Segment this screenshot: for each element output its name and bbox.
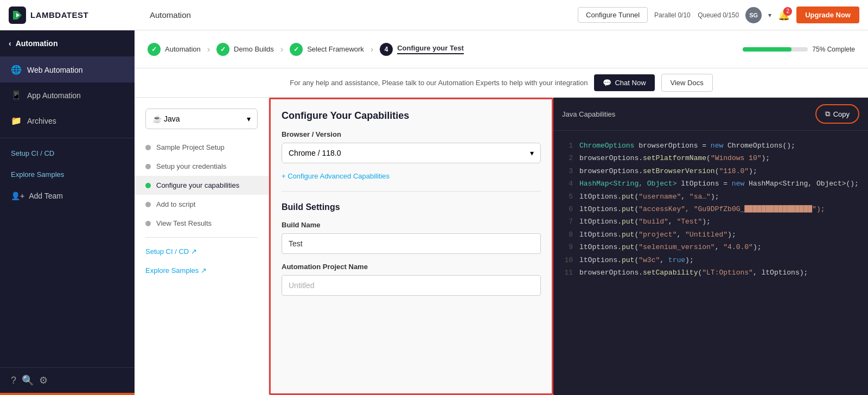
step-view-test-results[interactable]: View Test Results [135, 214, 269, 233]
code-text: ltOptions.put("selenium_version", "4.0.0… [579, 241, 762, 253]
progress-bar-bg [743, 47, 808, 52]
step-setup-credentials[interactable]: Setup your credentials [135, 157, 269, 176]
avatar: SG [745, 7, 762, 23]
code-line: 1ChromeOptions browserOptions = new Chro… [562, 139, 859, 152]
step-4-circle: 4 [380, 43, 393, 56]
code-token: put [622, 256, 634, 264]
add-team-button[interactable]: 👤+ Add Team [0, 185, 135, 207]
code-token: "build" [639, 218, 668, 226]
line-number: 10 [562, 254, 573, 266]
step-sample-project[interactable]: Sample Project Setup [135, 138, 269, 157]
code-token: "selenium_version" [639, 243, 714, 251]
web-automation-icon: 🌐 [11, 65, 22, 75]
line-number: 2 [562, 152, 573, 164]
browser-label: Browser / Version [282, 130, 541, 138]
code-token: put [622, 231, 634, 239]
browser-selector[interactable]: Chrome / 118.0 ▾ [282, 143, 541, 163]
help-icon[interactable]: ? [11, 375, 16, 386]
notifications-button[interactable]: 🔔 2 [778, 9, 790, 21]
bottom-accent-bar [0, 393, 135, 395]
language-select-wrapper: ☕ Java ▾ [135, 109, 269, 138]
advanced-capabilities-link[interactable]: + Configure Advanced Capabilities [282, 172, 541, 180]
code-text: browserOptions.setCapability("LT:Options… [579, 266, 808, 279]
code-text: browserOptions.setBrowserVersion("118.0"… [579, 165, 757, 177]
code-line: 10ltOptions.put("w3c", true); [562, 254, 859, 266]
setup-ci-cd-link[interactable]: Setup CI / CD [0, 143, 135, 164]
code-text: ltOptions.put("accessKey", "Gu9DPfZb0G_█… [579, 203, 825, 215]
chevron-down-icon[interactable]: ▾ [768, 11, 771, 19]
step-1: ✓ Automation [148, 43, 201, 56]
archives-icon: 📁 [11, 116, 22, 126]
configure-tunnel-button[interactable]: Configure Tunnel [578, 7, 648, 23]
code-text: ChromeOptions browserOptions = new Chrom… [579, 139, 795, 152]
help-text: For any help and assistance, Please talk… [290, 79, 588, 87]
sidebar-back-button[interactable]: ‹ Automation [0, 30, 135, 57]
build-name-group: Build Name [282, 221, 541, 254]
ci-cd-link[interactable]: Setup CI / CD ↗ [135, 242, 269, 261]
sidebar: ‹ Automation 🌐 Web Automation 📱 App Auto… [0, 30, 135, 395]
logo-area: LAMBDATEST [9, 7, 143, 24]
code-token: , "Gu9DPfZb0G_████████████████"); [685, 205, 825, 213]
explore-samples-link[interactable]: Explore Samples [0, 164, 135, 185]
project-name-group: Automation Project Name [282, 263, 541, 296]
app-automation-icon: 📱 [11, 90, 22, 100]
code-text: ltOptions.put("project", "Untitled"); [579, 228, 736, 241]
upgrade-button[interactable]: Upgrade Now [796, 7, 859, 23]
code-token: HashMap<String, Object>(); [744, 180, 859, 188]
line-number: 9 [562, 241, 573, 253]
sidebar-item-web-automation[interactable]: 🌐 Web Automation [0, 57, 135, 82]
progress-area: 75% Complete [743, 46, 855, 53]
dropdown-chevron-icon: ▾ [247, 114, 251, 123]
code-token: , [715, 243, 724, 251]
code-token: "LT:Options" [702, 269, 753, 277]
settings-icon[interactable]: ⚙ [39, 374, 48, 386]
code-token: ChromeOptions [579, 142, 634, 150]
step-1-circle: ✓ [148, 43, 161, 56]
code-token: , [668, 218, 677, 226]
chat-now-button[interactable]: 💬 Chat Now [594, 74, 654, 91]
dot-sample-project [145, 145, 151, 150]
step-2: ✓ Demo Builds [216, 43, 274, 56]
code-token: browserOptions = [634, 142, 710, 150]
code-token: ltOptions. [579, 256, 622, 264]
add-team-icon: 👤+ [11, 192, 24, 200]
sidebar-item-app-automation[interactable]: 📱 App Automation [0, 82, 135, 108]
left-panel: ☕ Java ▾ Sample Project Setup Setup your… [135, 98, 269, 395]
code-text: ltOptions.put("build", "Test"); [579, 215, 711, 228]
code-token: setCapability [643, 269, 698, 277]
sidebar-item-archives[interactable]: 📁 Archives [0, 108, 135, 133]
line-number: 6 [562, 203, 573, 215]
step-add-to-script[interactable]: Add to script [135, 195, 269, 214]
code-token: "username" [639, 193, 681, 201]
explore-samples-link-left[interactable]: Explore Samples ↗ [135, 261, 269, 280]
step-configure-capabilities[interactable]: Configure your capabilities [135, 176, 269, 195]
step-arrow-2: › [280, 44, 283, 54]
view-docs-button[interactable]: View Docs [661, 74, 713, 92]
code-line: 11browserOptions.setCapability("LT:Optio… [562, 266, 859, 279]
section-divider [282, 191, 541, 192]
lambdatest-logo-icon [9, 7, 26, 24]
project-name-input[interactable] [282, 275, 541, 296]
language-selector[interactable]: ☕ Java ▾ [145, 109, 258, 129]
code-token: "w3c" [639, 256, 660, 264]
step-4-label: Configure your Test [397, 44, 464, 54]
code-header: Java Capabilities ⧉ Copy [553, 98, 868, 131]
build-name-input[interactable] [282, 233, 541, 254]
sidebar-bottom: ? 🔍 ⚙ [0, 367, 135, 393]
nav-title: Automation [150, 10, 571, 20]
code-token: ltOptions. [579, 193, 622, 201]
code-text: browserOptions.setPlatformName("Windows … [579, 152, 770, 164]
content-area: ✓ Automation › ✓ Demo Builds › ✓ Select … [135, 30, 868, 395]
left-panel-divider [145, 237, 258, 238]
code-token: put [622, 243, 634, 251]
step-2-circle: ✓ [216, 43, 229, 56]
code-token: put [622, 193, 634, 201]
code-text: ltOptions.put("username", "sa…"); [579, 190, 719, 203]
code-token: ); [762, 154, 770, 162]
copy-button[interactable]: ⧉ Copy [815, 104, 859, 124]
search-icon[interactable]: 🔍 [22, 374, 34, 386]
code-token: ChromeOptions(); [723, 142, 795, 150]
code-token: ); [727, 231, 736, 239]
middle-panel: Configure Your Capabilities Browser / Ve… [269, 98, 553, 395]
code-line: 5ltOptions.put("username", "sa…"); [562, 190, 859, 203]
